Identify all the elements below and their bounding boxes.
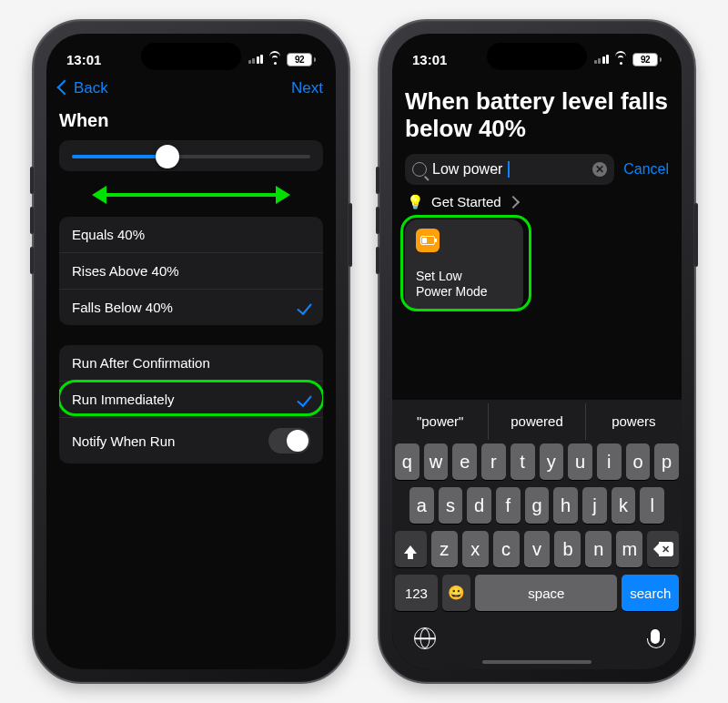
keyboard-row-2: a s d f g h j k l [395, 487, 679, 524]
battery-icon: 92 [287, 53, 316, 66]
keyboard-row-1: q w e r t y u i o p [395, 443, 679, 480]
key-a[interactable]: a [410, 487, 434, 524]
suggestion-2[interactable]: powered [488, 403, 584, 440]
status-time: 13:01 [66, 52, 101, 67]
page-title: When [59, 110, 323, 131]
key-u[interactable]: u [568, 443, 592, 480]
key-b[interactable]: b [554, 531, 581, 567]
key-x[interactable]: x [462, 531, 489, 567]
key-r[interactable]: r [481, 443, 506, 480]
status-time: 13:01 [412, 52, 447, 67]
battery-level-slider[interactable] [72, 155, 310, 158]
keyboard-suggestions: "power" powered powers [392, 403, 682, 440]
condition-falls-below[interactable]: Falls Below 40% [59, 289, 323, 325]
key-p[interactable]: p [654, 443, 679, 480]
key-k[interactable]: k [612, 487, 636, 524]
key-e[interactable]: e [452, 443, 477, 480]
slider-group [59, 140, 323, 171]
condition-equals[interactable]: Equals 40% [59, 217, 323, 252]
key-backspace[interactable] [647, 531, 679, 567]
keyboard-row-4: 123 😀 space search [395, 575, 679, 611]
shift-icon [404, 545, 417, 554]
wifi-icon [268, 54, 282, 65]
screen-left: 13:01 92 Back Next When [46, 34, 336, 669]
key-v[interactable]: v [524, 531, 551, 567]
next-button[interactable]: Next [291, 79, 323, 97]
get-started-header[interactable]: 💡 Get Started [407, 194, 667, 210]
search-icon [412, 162, 427, 177]
dynamic-island [487, 43, 587, 70]
key-emoji[interactable]: 😀 [442, 575, 470, 611]
key-s[interactable]: s [439, 487, 463, 524]
iphone-left: 13:01 92 Back Next When [32, 19, 350, 684]
battery-percentage: 92 [632, 53, 658, 66]
key-g[interactable]: g [525, 487, 550, 524]
globe-icon[interactable] [414, 627, 436, 649]
condition-rises-above[interactable]: Rises Above 40% [59, 252, 323, 289]
action-tile-set-low-power-mode[interactable]: Set Low Power Mode [405, 219, 523, 311]
notify-when-run[interactable]: Notify When Run [59, 417, 323, 464]
page-title: When battery level falls below 40% [405, 88, 669, 143]
key-o[interactable]: o [626, 443, 651, 480]
key-n[interactable]: n [585, 531, 612, 567]
key-z[interactable]: z [431, 531, 458, 567]
backspace-icon [653, 542, 673, 556]
key-i[interactable]: i [597, 443, 622, 480]
battery-icon: 92 [632, 53, 662, 66]
checkmark-icon [300, 392, 310, 406]
search-value: Low power [432, 161, 502, 178]
key-t[interactable]: t [511, 443, 535, 480]
text-caret [508, 161, 510, 178]
clear-icon[interactable]: ✕ [592, 162, 607, 177]
key-q[interactable]: q [395, 443, 420, 480]
keyboard: "power" powered powers q w e r t y u i o… [392, 400, 682, 669]
suggestion-3[interactable]: powers [585, 403, 682, 440]
key-c[interactable]: c [493, 531, 520, 567]
keyboard-row-3: z x c v b n m [395, 531, 679, 567]
battery-percentage: 92 [287, 53, 312, 66]
slider-thumb[interactable] [156, 145, 179, 168]
run-options-group: Run After Confirmation Run Immediately N… [59, 345, 323, 464]
run-after-confirmation[interactable]: Run After Confirmation [59, 345, 323, 381]
home-indicator[interactable] [482, 660, 592, 664]
key-m[interactable]: m [616, 531, 642, 567]
lightbulb-icon: 💡 [407, 194, 424, 210]
key-f[interactable]: f [496, 487, 521, 524]
cancel-button[interactable]: Cancel [623, 161, 669, 178]
chevron-left-icon [59, 79, 72, 97]
run-immediately[interactable]: Run Immediately [59, 381, 323, 417]
key-l[interactable]: l [640, 487, 664, 524]
checkmark-icon [300, 301, 310, 314]
dynamic-island [141, 43, 241, 70]
key-search[interactable]: search [622, 575, 679, 611]
key-space[interactable]: space [475, 575, 617, 611]
key-d[interactable]: d [467, 487, 491, 524]
key-numbers[interactable]: 123 [395, 575, 438, 611]
notify-toggle[interactable] [268, 428, 310, 453]
cellular-icon [594, 55, 610, 64]
cellular-icon [248, 55, 264, 64]
wifi-icon [613, 54, 628, 65]
iphone-right: 13:01 92 When battery level falls below … [378, 19, 696, 684]
nav-bar: Back Next [46, 76, 336, 105]
chevron-right-icon [509, 194, 518, 209]
key-y[interactable]: y [540, 443, 564, 480]
suggestion-1[interactable]: "power" [392, 403, 488, 440]
key-w[interactable]: w [424, 443, 449, 480]
condition-group: Equals 40% Rises Above 40% Falls Below 4… [59, 217, 323, 325]
key-j[interactable]: j [582, 487, 607, 524]
key-shift[interactable] [395, 531, 427, 567]
back-button[interactable]: Back [59, 79, 108, 97]
key-h[interactable]: h [553, 487, 578, 524]
annotation-drag-arrow [96, 186, 287, 204]
screen-right: 13:01 92 When battery level falls below … [392, 34, 682, 669]
search-input[interactable]: Low power ✕ [405, 154, 614, 185]
low-power-mode-icon [416, 229, 440, 252]
mic-icon[interactable] [651, 629, 660, 644]
